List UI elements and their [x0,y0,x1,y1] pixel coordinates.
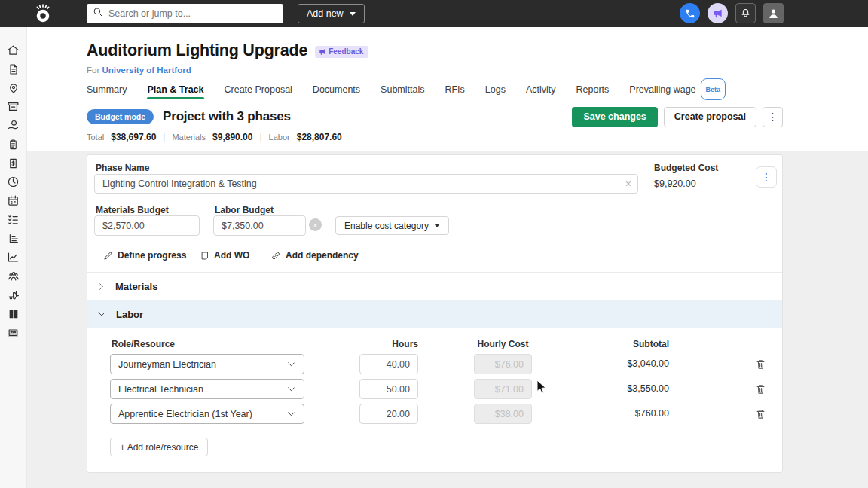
phase-kebab-button[interactable]: ⋮ [756,166,777,188]
role-select-value: Apprentice Electrician (1st Year) [118,409,286,419]
add-new-button[interactable]: Add new [298,4,365,23]
sidebar-item-documents[interactable] [5,63,23,75]
sidebar-item-bar-chart[interactable] [5,232,23,245]
define-progress-link[interactable]: Define progress [103,250,186,261]
chevron-right-icon [97,282,105,291]
user-avatar[interactable] [763,3,784,23]
budget-mode-badge: Budget mode [87,109,154,124]
tab-logs[interactable]: Logs [485,80,506,99]
add-wo-link[interactable]: Add WO [200,250,249,261]
sidebar-item-inbox[interactable] [5,100,23,113]
enable-cost-category-button[interactable]: Enable cost category [335,216,449,235]
materials-section-label: Materials [115,281,157,292]
chevron-down-icon [286,409,296,419]
toolbar-kebab-button[interactable]: ⋮ [763,107,783,127]
sidebar-item-machines[interactable] [5,326,23,339]
add-new-label: Add new [307,8,344,19]
save-changes-button[interactable]: Save changes [572,107,657,127]
hours-input[interactable] [359,354,418,374]
labor-section-header[interactable]: Labor [87,300,782,328]
main: Auditorium Lighting Upgrade Feedback For… [27,27,868,488]
project-heading: Project with 3 phases [163,109,291,124]
hourly-cost-input [474,354,532,374]
sidebar-item-invoices[interactable] [5,157,23,169]
hours-input[interactable] [359,379,418,399]
define-progress-label: Define progress [118,250,186,261]
remove-budget-icon[interactable]: × [309,218,322,231]
sidebar-item-calendar[interactable] [5,194,23,207]
prevailing-wage-label: Prevailing wage [629,81,695,99]
caret-down-icon [350,12,356,16]
row-subtotal: $760.00 [585,404,669,424]
tab-plan-track[interactable]: Plan & Track [147,80,203,99]
announcements-button[interactable] [708,3,728,23]
sidebar-item-payments[interactable] [5,119,23,132]
feedback-badge[interactable]: Feedback [315,46,368,58]
labor-total-label: Labor [269,133,290,142]
client-link[interactable]: University of Hartford [102,66,191,75]
phase-card: Phase Name × Budgeted Cost $9,920.00 ⋮ M… [87,154,783,473]
chevron-down-icon [286,384,296,394]
materials-section-header[interactable]: Materials [87,272,782,300]
tab-bar: Summary Plan & Track Create Proposal Doc… [27,80,868,99]
search-input[interactable] [108,8,277,19]
sidebar-item-locations[interactable] [5,81,23,94]
role-select[interactable]: Journeyman Electrician [110,354,304,374]
topbar-actions [680,3,784,23]
materials-budget-input[interactable] [94,215,200,236]
labor-total-value: $28,807.60 [297,132,342,142]
labor-budget-label: Labor Budget [215,205,274,215]
tab-summary[interactable]: Summary [87,80,127,99]
col-role-resource: Role/Resource [112,339,175,349]
tab-reports[interactable]: Reports [576,80,610,99]
labor-section-label: Labor [116,309,143,320]
sidebar-item-equipment[interactable] [5,288,23,301]
notifications-button[interactable] [735,3,756,23]
sidebar-item-home[interactable] [5,44,23,56]
add-dependency-link[interactable]: Add dependency [270,250,359,261]
sidebar-item-team[interactable] [5,270,23,282]
col-subtotal: Subtotal [585,339,669,349]
role-select[interactable]: Electrical Technician [110,379,304,399]
content-area: Phase Name × Budgeted Cost $9,920.00 ⋮ M… [27,151,868,488]
link-icon [270,251,281,261]
tab-create-proposal[interactable]: Create Proposal [225,80,292,99]
tab-prevailing-wage[interactable]: Prevailing wage Beta [629,80,726,99]
sidebar-item-checklist[interactable] [5,213,23,226]
global-search[interactable] [87,4,283,23]
pencil-icon [103,251,113,261]
page-header: Auditorium Lighting Upgrade Feedback For… [27,27,868,151]
sidebar [0,27,27,488]
add-dependency-label: Add dependency [286,250,359,261]
clear-icon[interactable]: × [625,177,631,191]
role-select[interactable]: Apprentice Electrician (1st Year) [110,404,304,424]
tab-rfis[interactable]: RFIs [445,80,464,99]
phase-name-field: × [94,174,638,194]
phase-name-input[interactable] [94,174,638,194]
topbar: Add new [0,0,868,27]
delete-row-button[interactable] [755,354,767,374]
tab-submittals[interactable]: Submittals [381,80,424,99]
col-hourly-cost: Hourly Cost [474,339,532,349]
add-wo-label: Add WO [214,250,249,261]
sidebar-item-library[interactable] [5,307,23,320]
delete-row-button[interactable] [755,404,767,424]
phase-name-label: Phase Name [96,163,149,173]
role-select-value: Journeyman Electrician [118,359,286,370]
sidebar-item-clipboard[interactable] [5,138,23,151]
delete-row-button[interactable] [755,379,767,399]
add-role-resource-button[interactable]: + Add role/resource [110,438,208,456]
app-logo-icon[interactable] [33,3,53,27]
labor-budget-input[interactable] [213,215,306,236]
hours-input[interactable] [359,404,418,424]
sidebar-item-time[interactable] [5,175,23,188]
phone-button[interactable] [680,3,700,23]
trash-icon [755,358,766,370]
feedback-label: Feedback [329,47,363,56]
tab-activity[interactable]: Activity [526,80,556,99]
tab-documents[interactable]: Documents [313,80,360,99]
chevron-down-icon [286,359,296,369]
create-proposal-button[interactable]: Create proposal [664,107,756,127]
sidebar-item-line-chart[interactable] [5,251,23,264]
search-icon [93,7,103,20]
